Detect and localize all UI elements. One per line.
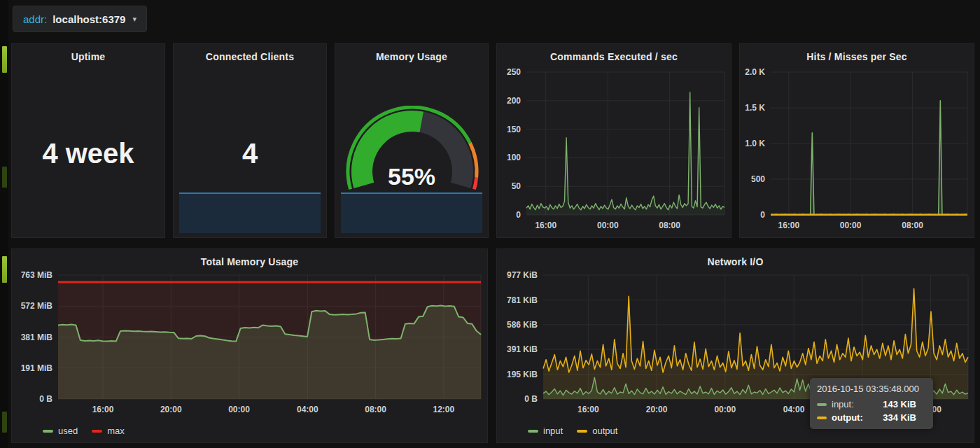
memory-usage-value: 55% — [335, 163, 488, 190]
panel-connected-clients: Connected Clients 4 — [173, 43, 327, 238]
svg-text:08:00: 08:00 — [902, 220, 923, 230]
svg-text:572 MiB: 572 MiB — [21, 301, 53, 311]
legend-color-icon — [43, 430, 53, 433]
legend-label: used — [58, 426, 78, 436]
svg-text:2.0 K: 2.0 K — [745, 67, 765, 77]
connected-clients-value: 4 — [174, 138, 326, 169]
panel-hits-misses: Hits / Misses per Sec 05001.0 K1.5 K2.0 … — [739, 43, 974, 238]
dropdown-caret-icon: ▾ — [132, 15, 136, 24]
var-value: localhost:6379 — [52, 13, 125, 25]
template-var-selector[interactable]: addr: localhost:6379 ▾ — [13, 6, 147, 32]
panel-memory-usage: Memory Usage 55% — [335, 43, 489, 238]
svg-text:195 KiB: 195 KiB — [507, 370, 538, 379]
svg-text:1.5 K: 1.5 K — [745, 103, 765, 113]
svg-text:50: 50 — [512, 181, 522, 191]
legend-label: max — [107, 426, 125, 436]
svg-text:12:00: 12:00 — [433, 405, 454, 414]
svg-text:586 KiB: 586 KiB — [507, 320, 538, 330]
hits-misses-chart[interactable]: 05001.0 K1.5 K2.0 K16:0000:0008:00 — [740, 44, 974, 237]
dashboard: addr: localhost:6379 ▾ Uptime 4 week Con… — [0, 0, 980, 448]
svg-text:04:00: 04:00 — [297, 405, 318, 414]
panel-title[interactable]: Uptime — [12, 51, 164, 62]
svg-text:977 KiB: 977 KiB — [507, 270, 538, 280]
tooltip-row: input:143 KiB — [817, 399, 926, 410]
svg-text:0 B: 0 B — [39, 394, 52, 404]
uptime-value: 4 week — [12, 138, 164, 169]
svg-text:00:00: 00:00 — [714, 405, 736, 414]
svg-text:08:00: 08:00 — [365, 405, 386, 414]
svg-text:16:00: 16:00 — [578, 405, 599, 414]
svg-text:08:00: 08:00 — [659, 220, 680, 230]
svg-text:0: 0 — [516, 210, 521, 220]
total-memory-legend: usedmax — [43, 426, 125, 436]
svg-text:00:00: 00:00 — [597, 220, 619, 230]
legend-color-icon — [92, 430, 102, 433]
svg-text:500: 500 — [751, 174, 765, 184]
svg-text:100: 100 — [507, 153, 521, 162]
tooltip-series-label: output: — [832, 412, 871, 423]
svg-text:250: 250 — [507, 67, 521, 77]
network-io-legend: inputoutput — [528, 426, 617, 436]
svg-text:763 MiB: 763 MiB — [21, 270, 53, 280]
legend-item-max[interactable]: max — [92, 426, 125, 436]
panel-total-memory: Total Memory Usage 0 B191 MiB381 MiB572 … — [11, 248, 488, 443]
svg-text:04:00: 04:00 — [783, 405, 805, 414]
memory-sparkline — [341, 192, 482, 233]
row-handle-2[interactable] — [2, 256, 7, 283]
tooltip-series-value: 143 KiB — [883, 399, 926, 410]
svg-text:0 B: 0 B — [524, 394, 538, 404]
tooltip-row: output:334 KiB — [817, 412, 926, 423]
legend-item-used[interactable]: used — [43, 426, 78, 436]
panel-title[interactable]: Connected Clients — [174, 51, 326, 62]
legend-label: input — [543, 426, 563, 436]
svg-text:1.0 K: 1.0 K — [745, 139, 765, 148]
legend-color-icon — [528, 430, 538, 433]
svg-text:00:00: 00:00 — [840, 220, 862, 230]
svg-text:20:00: 20:00 — [646, 405, 668, 414]
legend-item-output[interactable]: output — [577, 426, 617, 436]
svg-text:00:00: 00:00 — [228, 405, 250, 414]
tooltip-timestamp: 2016-10-15 03:35:48.000 — [817, 384, 926, 394]
row-handle-1[interactable] — [2, 46, 7, 73]
svg-text:381 MiB: 381 MiB — [21, 332, 53, 342]
svg-text:191 MiB: 191 MiB — [21, 363, 53, 373]
row-handle-2b[interactable] — [2, 412, 7, 433]
panel-uptime: Uptime 4 week — [11, 43, 165, 238]
panel-commands-executed: Commands Executed / sec 0501001502002501… — [496, 43, 732, 238]
svg-text:20:00: 20:00 — [160, 405, 182, 414]
legend-item-input[interactable]: input — [528, 426, 563, 436]
svg-text:781 KiB: 781 KiB — [507, 295, 538, 305]
svg-text:16:00: 16:00 — [535, 220, 556, 230]
svg-text:200: 200 — [507, 96, 521, 106]
commands-chart[interactable]: 05010015020025016:0000:0008:00 — [497, 44, 731, 237]
clients-sparkline — [179, 192, 321, 233]
graph-tooltip: 2016-10-15 03:35:48.000 input:143 KiBout… — [810, 378, 933, 429]
svg-text:391 KiB: 391 KiB — [507, 344, 538, 354]
legend-color-icon — [577, 430, 587, 433]
svg-text:0: 0 — [760, 210, 765, 220]
var-label: addr: — [23, 13, 47, 25]
svg-text:16:00: 16:00 — [778, 220, 800, 230]
panel-title[interactable]: Memory Usage — [335, 51, 488, 62]
svg-text:150: 150 — [507, 125, 521, 134]
row-handle-1b[interactable] — [2, 167, 7, 188]
tooltip-series-color-icon — [817, 403, 827, 406]
svg-text:16:00: 16:00 — [92, 405, 114, 414]
tooltip-series-value: 334 KiB — [883, 412, 926, 423]
tooltip-series-color-icon — [817, 416, 827, 419]
legend-label: output — [592, 426, 617, 436]
total-memory-chart[interactable]: 0 B191 MiB381 MiB572 MiB763 MiB16:0020:0… — [12, 249, 487, 442]
tooltip-series-label: input: — [832, 399, 871, 410]
